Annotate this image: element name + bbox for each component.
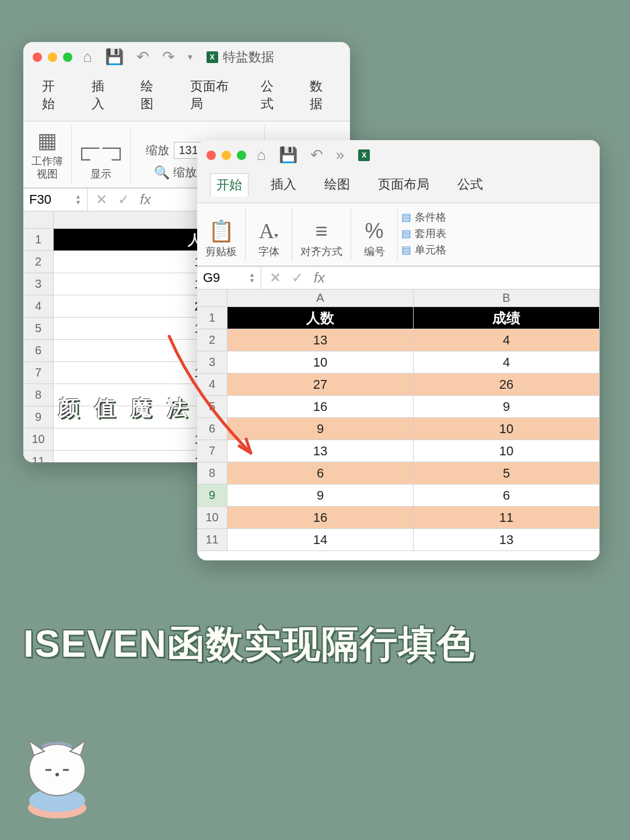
style-option[interactable]: ▤套用表 [401, 226, 446, 241]
save-icon[interactable]: 💾 [279, 146, 298, 164]
menu-tab[interactable]: 插入 [265, 173, 302, 197]
row-header[interactable]: 8 [197, 462, 228, 485]
cell[interactable]: 16 [228, 507, 414, 529]
home-icon[interactable]: ⌂ [83, 48, 92, 66]
select-all-corner[interactable] [23, 211, 54, 229]
confirm-icon[interactable]: ✓ [118, 191, 130, 208]
row-header[interactable]: 7 [23, 362, 54, 384]
cell[interactable]: 10 [414, 440, 600, 462]
cell[interactable]: 4 [414, 351, 600, 374]
row-header[interactable]: 8 [23, 384, 54, 406]
fx-icon[interactable]: fx [314, 270, 325, 286]
alignment-group[interactable]: ≡ 对齐方式 [292, 208, 351, 261]
doc-title-text: 特盐数据 [223, 48, 274, 66]
font-group[interactable]: A▾ 字体 [246, 208, 292, 261]
row-header[interactable]: 2 [23, 251, 54, 273]
row-header[interactable]: 10 [197, 507, 228, 529]
spinner-icon[interactable]: ▲▼ [75, 194, 81, 205]
redo-icon[interactable]: ↷ [162, 48, 175, 66]
ruler-icon: ⫍⫎ [80, 141, 122, 166]
cell[interactable]: 11 [414, 507, 600, 529]
undo-icon[interactable]: ↶ [310, 146, 323, 164]
quick-access-toolbar: ⌂ 💾 ↶ ↷ ▾ [83, 48, 192, 66]
maximize-icon[interactable] [63, 53, 72, 62]
more-icon[interactable]: » [336, 146, 344, 164]
menu-tab[interactable]: 开始 [36, 75, 69, 115]
maximize-icon[interactable] [237, 151, 246, 160]
menu-tab[interactable]: 公式 [452, 173, 489, 197]
row-header[interactable]: 2 [197, 329, 228, 351]
save-icon[interactable]: 💾 [105, 48, 124, 66]
cell[interactable]: 16 [228, 396, 414, 418]
menu-tab[interactable]: 绘图 [318, 173, 356, 197]
cell[interactable]: 4 [414, 329, 600, 351]
menu-tab[interactable]: 页面布局 [184, 75, 239, 115]
confirm-icon[interactable]: ✓ [292, 270, 303, 286]
display-group[interactable]: ⫍⫎ 显示 [72, 126, 131, 183]
cell[interactable]: 9 [228, 485, 414, 507]
menu-tab[interactable]: 页面布局 [372, 173, 435, 197]
row-headers: 1234567891011 [197, 290, 228, 551]
clipboard-icon: 📋 [208, 219, 235, 243]
cell[interactable]: 10 [414, 418, 600, 440]
magnifier-icon: 🔍 [154, 165, 170, 180]
home-icon[interactable]: ⌂ [257, 146, 266, 164]
row-header[interactable]: 11 [197, 529, 228, 551]
cell[interactable]: 9 [414, 396, 600, 418]
workbook-view-group[interactable]: ▦ 工作簿 视图 [23, 126, 72, 183]
row-header[interactable]: 5 [23, 318, 54, 340]
row-header[interactable]: 1 [23, 229, 54, 251]
cell[interactable]: 9 [228, 418, 414, 440]
row-header[interactable]: 4 [23, 295, 54, 318]
row-header[interactable]: 5 [197, 396, 228, 418]
row-header[interactable]: 4 [197, 374, 228, 396]
cell[interactable]: 13 [228, 440, 414, 462]
cell[interactable]: 27 [228, 374, 414, 396]
menu-tab[interactable]: 公式 [255, 75, 288, 115]
cell[interactable]: 13 [228, 329, 414, 351]
name-box[interactable]: F30 ▲▼ [23, 189, 88, 211]
overflow-icon[interactable]: ▾ [188, 51, 192, 62]
minimize-icon[interactable] [222, 151, 231, 160]
cell[interactable]: 14 [228, 529, 414, 551]
fx-icon[interactable]: fx [140, 191, 151, 208]
menu-tab[interactable]: 开始 [210, 173, 249, 197]
column-header[interactable]: B [414, 290, 600, 307]
style-option[interactable]: ▤条件格 [401, 210, 446, 224]
table-header-cell[interactable]: 人数 [228, 307, 414, 329]
close-icon[interactable] [206, 151, 216, 160]
row-header[interactable]: 3 [23, 273, 54, 295]
cell[interactable]: 10 [228, 351, 414, 374]
number-group[interactable]: % 编号 [351, 208, 398, 261]
menu-tab[interactable]: 数据 [304, 75, 337, 115]
row-header[interactable]: 1 [197, 307, 228, 329]
undo-icon[interactable]: ↶ [136, 48, 149, 66]
cell[interactable]: 5 [414, 462, 600, 485]
style-option[interactable]: ▤单元格 [401, 243, 446, 257]
formula-controls: ✕ ✓ fx [261, 270, 333, 286]
close-icon[interactable] [33, 53, 42, 62]
cell[interactable]: 13 [414, 529, 600, 551]
cancel-icon[interactable]: ✕ [270, 270, 281, 286]
table-header-cell[interactable]: 成绩 [414, 307, 600, 329]
row-header[interactable]: 6 [197, 418, 228, 440]
row-header[interactable]: 11 [23, 451, 54, 462]
spinner-icon[interactable]: ▲▼ [249, 272, 255, 284]
row-header[interactable]: 3 [197, 351, 228, 374]
cell[interactable]: 6 [228, 462, 414, 485]
clipboard-group[interactable]: 📋 剪贴板 [197, 208, 246, 261]
cell[interactable]: 6 [414, 485, 600, 507]
row-header[interactable]: 6 [23, 340, 54, 362]
row-header[interactable]: 10 [23, 428, 54, 451]
row-header[interactable]: 9 [197, 485, 228, 507]
select-all-corner[interactable] [197, 290, 228, 307]
cell[interactable]: 26 [414, 374, 600, 396]
menu-tab[interactable]: 插入 [86, 75, 119, 115]
name-box[interactable]: G9 ▲▼ [197, 267, 261, 289]
row-header[interactable]: 9 [23, 406, 54, 428]
column-header[interactable]: A [228, 290, 414, 307]
row-header[interactable]: 7 [197, 440, 228, 462]
cancel-icon[interactable]: ✕ [96, 191, 107, 208]
menu-tab[interactable]: 绘图 [135, 75, 168, 115]
minimize-icon[interactable] [48, 53, 57, 62]
